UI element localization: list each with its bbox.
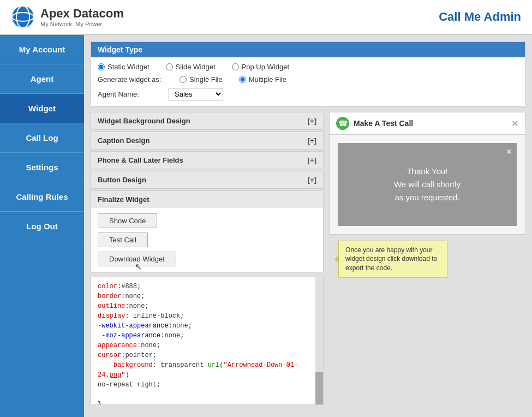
finalize-section: Finalize Widget Show Code Test Call Down…: [91, 190, 324, 272]
thank-you-box: ✕ Thank You! We will call shortly as you…: [338, 143, 517, 226]
agent-row: Agent Name: Sales: [98, 88, 518, 100]
header-user-title: Call Me Admin: [439, 10, 521, 24]
accordion-header-phone-fields[interactable]: Phone & Call Later Fields [+]: [91, 152, 323, 169]
accordion-button-design: Button Design [+]: [91, 171, 324, 189]
radio-static-widget[interactable]: Static Widget: [98, 63, 150, 71]
logo-text-area: Apex Datacom My Network. My Power.: [40, 7, 124, 27]
accordion-plus-button-design: [+]: [308, 176, 316, 184]
accordion-widget-bg: Widget Background Design [+]: [91, 112, 324, 130]
widget-type-radio-row: Static Widget Slide Widget Pop Up Widget: [98, 63, 518, 71]
radio-multiple-file[interactable]: Multiple File: [239, 75, 286, 84]
thank-you-close-icon[interactable]: ✕: [506, 146, 512, 158]
widget-type-body: Static Widget Slide Widget Pop Up Widget…: [91, 57, 525, 106]
accordion-caption: Caption Design [+]: [91, 132, 324, 150]
generate-label: Generate widget as:: [98, 75, 163, 84]
phone-icon: ☎: [336, 117, 349, 130]
accordion-header-widget-bg[interactable]: Widget Background Design [+]: [91, 112, 323, 129]
thank-you-line3: as you requested.: [349, 191, 506, 204]
widget-type-header: Widget Type: [91, 42, 525, 57]
sidebar-item-my-account[interactable]: My Account: [0, 35, 84, 64]
agent-label: Agent Name:: [98, 90, 163, 98]
radio-popup-widget[interactable]: Pop Up Widget: [232, 63, 289, 71]
test-call-title: Make A Test Call: [354, 119, 413, 128]
sidebar-item-call-log[interactable]: Call Log: [0, 123, 84, 153]
accordion-plus-widget-bg: [+]: [308, 117, 316, 125]
logo-sub: My Network. My Power.: [40, 21, 124, 27]
sidebar-item-agent[interactable]: Agent: [0, 64, 84, 94]
sidebar: My Account Agent Widget Call Log Setting…: [0, 35, 84, 417]
widget-type-box: Widget Type Static Widget Slide Widget P…: [91, 41, 525, 106]
test-call-title-area: ☎ Make A Test Call: [336, 117, 413, 130]
download-tooltip: Once you are happy with your widget desi…: [338, 240, 447, 277]
header: Apex Datacom My Network. My Power. Call …: [0, 0, 532, 35]
logo-icon: [11, 5, 35, 29]
test-call-panel-header: ☎ Make A Test Call ✕: [330, 112, 525, 135]
code-content[interactable]: color:#888; border:none; outline:none; d…: [91, 277, 323, 404]
two-col-layout: Widget Background Design [+] Caption Des…: [91, 112, 525, 405]
test-call-panel: ☎ Make A Test Call ✕ ✕ Thank You! We wil…: [329, 112, 525, 235]
accordion-plus-phone-fields: [+]: [308, 156, 316, 164]
test-call-body: ✕ Thank You! We will call shortly as you…: [330, 135, 525, 234]
accordion-phone-fields: Phone & Call Later Fields [+]: [91, 151, 324, 169]
radio-single-file[interactable]: Single File: [180, 75, 223, 84]
thank-you-line2: We will call shortly: [349, 178, 506, 191]
main-layout: My Account Agent Widget Call Log Setting…: [0, 35, 532, 417]
code-preview-box: color:#888; border:none; outline:none; d…: [91, 277, 324, 405]
radio-slide-widget[interactable]: Slide Widget: [166, 63, 216, 71]
test-call-button[interactable]: Test Call: [98, 233, 148, 247]
thank-you-line1: Thank You!: [349, 165, 506, 178]
finalize-body: Show Code Test Call Download Widget ↖ On…: [91, 208, 323, 272]
svg-point-0: [12, 6, 34, 28]
generate-row: Generate widget as: Single File Multiple…: [98, 75, 518, 84]
code-scrollbar[interactable]: [315, 277, 323, 404]
logo-area: Apex Datacom My Network. My Power.: [11, 5, 124, 29]
main-content: Widget Type Static Widget Slide Widget P…: [84, 35, 532, 417]
download-tooltip-container: Download Widget ↖ Once you are happy wit…: [98, 252, 316, 266]
sidebar-item-calling-rules[interactable]: Calling Rules: [0, 182, 84, 212]
cursor-icon: ↖: [135, 261, 142, 272]
code-scrollbar-thumb: [315, 372, 323, 404]
test-call-close-icon[interactable]: ✕: [511, 118, 518, 129]
accordion-header-button-design[interactable]: Button Design [+]: [91, 171, 323, 188]
logo-main: Apex Datacom: [40, 7, 124, 21]
agent-name-select[interactable]: Sales: [169, 88, 223, 100]
left-col: Widget Background Design [+] Caption Des…: [91, 112, 324, 405]
finalize-header: Finalize Widget: [91, 191, 323, 208]
accordion-header-caption[interactable]: Caption Design [+]: [91, 132, 323, 149]
sidebar-item-log-out[interactable]: Log Out: [0, 212, 84, 241]
sidebar-item-widget[interactable]: Widget: [0, 94, 84, 123]
show-code-button[interactable]: Show Code: [98, 213, 157, 228]
accordion-plus-caption: [+]: [308, 136, 316, 145]
sidebar-item-settings[interactable]: Settings: [0, 153, 84, 182]
